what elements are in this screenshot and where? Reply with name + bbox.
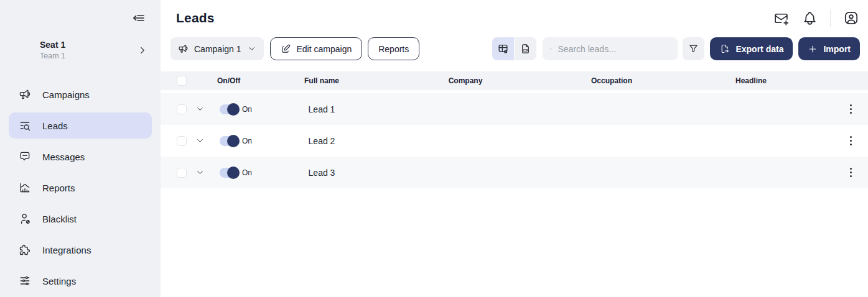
lead-name[interactable]: Lead 1: [309, 104, 335, 114]
row-checkbox[interactable]: [177, 168, 187, 178]
campaign-selector[interactable]: Campaign 1: [170, 37, 264, 60]
sidebar-item-campaigns[interactable]: Campaigns: [9, 81, 152, 107]
table-row: On Lead 1: [161, 93, 868, 125]
sidebar-item-label: Settings: [42, 276, 76, 286]
chevron-down-icon: [195, 168, 205, 177]
sidebar-item-label: Campaigns: [42, 89, 90, 100]
chevron-down-icon: [195, 104, 205, 114]
export-data-button[interactable]: Export data: [710, 37, 793, 60]
leads-table-body: On Lead 1 On Lead 2: [161, 93, 868, 188]
view-toggle: CSV: [492, 37, 536, 60]
topbar: Leads: [161, 0, 868, 36]
sidebar-item-label: Messages: [42, 152, 85, 162]
row-checkbox[interactable]: [177, 104, 187, 114]
table-view-button[interactable]: [492, 37, 514, 60]
campaign-selector-label: Campaign 1: [194, 44, 241, 54]
sidebar-item-reports[interactable]: Reports: [9, 175, 152, 201]
row-expand-button[interactable]: [193, 166, 207, 180]
notifications-button[interactable]: [801, 10, 818, 26]
row-expand-button[interactable]: [193, 134, 207, 148]
column-header-occupation: Occupation: [555, 76, 668, 85]
toolbar: Campaign 1 Edit campaign Reports: [161, 37, 868, 60]
row-menu-button[interactable]: [846, 164, 856, 181]
select-all-checkbox[interactable]: [177, 76, 187, 86]
sidebar-item-leads[interactable]: Leads: [9, 112, 152, 139]
sidebar-collapse-icon: [131, 11, 146, 25]
kebab-icon: [850, 168, 852, 170]
sidebar-nav: Campaigns Leads Messages Reports: [9, 81, 152, 297]
toggle-knob: [227, 103, 240, 116]
sidebar-item-label: Leads: [42, 121, 68, 131]
sidebar-item-label: Reports: [42, 183, 75, 193]
sidebar-item-integrations[interactable]: Integrations: [9, 237, 152, 263]
toggle-state-label: On: [242, 168, 252, 177]
csv-file-icon: CSV: [520, 43, 531, 55]
edit-campaign-label: Edit campaign: [297, 44, 352, 54]
main-content: Leads: [161, 0, 868, 297]
table-header: On/Off Full name Company Occupation Head…: [161, 71, 868, 90]
sidebar-collapse-button[interactable]: [131, 10, 147, 26]
list-search-icon: [19, 119, 31, 132]
edit-pencil-icon: [281, 43, 291, 54]
kebab-icon: [850, 136, 852, 138]
row-menu-button[interactable]: [846, 101, 856, 117]
user-block-icon: [19, 212, 31, 225]
table-row: On Lead 3: [161, 157, 868, 188]
page-title: Leads: [176, 11, 215, 25]
file-export-icon: [719, 43, 730, 54]
megaphone-icon: [19, 88, 31, 101]
reports-button[interactable]: Reports: [368, 37, 419, 60]
table-row: On Lead 2: [161, 125, 868, 157]
import-button[interactable]: Import: [798, 37, 860, 60]
filter-button[interactable]: [683, 37, 704, 60]
row-menu-button[interactable]: [846, 132, 856, 149]
seat-subtitle: Team 1: [40, 52, 65, 60]
row-expand-button[interactable]: [193, 103, 207, 116]
new-message-button[interactable]: [773, 10, 789, 26]
row-checkbox[interactable]: [177, 136, 187, 146]
search-icon: [550, 43, 552, 54]
lead-on-off-toggle[interactable]: [220, 136, 238, 146]
sidebar-item-blacklist[interactable]: Blacklist: [9, 206, 152, 232]
megaphone-icon: [178, 43, 189, 54]
seat-selector[interactable]: Seat 1 Team 1: [9, 40, 152, 60]
user-avatar-icon: [843, 10, 859, 26]
search-box: [543, 37, 678, 60]
chevron-down-icon: [247, 44, 256, 53]
chevron-down-icon: [195, 136, 205, 145]
export-data-label: Export data: [735, 44, 783, 54]
chart-icon: [19, 181, 31, 194]
toggle-state-label: On: [242, 137, 252, 145]
toggle-state-label: On: [242, 105, 252, 114]
column-header-fullname: Full name: [268, 76, 376, 85]
column-header-company: Company: [376, 76, 555, 85]
sidebar-item-settings[interactable]: Settings: [9, 268, 152, 294]
edit-campaign-button[interactable]: Edit campaign: [270, 37, 363, 60]
plus-icon: [808, 44, 818, 54]
sidebar-item-label: Integrations: [42, 245, 91, 255]
lead-on-off-toggle[interactable]: [220, 104, 238, 114]
message-icon: [19, 150, 31, 163]
column-header-onoff: On/Off: [209, 76, 268, 85]
sidebar-item-label: Blacklist: [42, 214, 77, 224]
lead-on-off-toggle[interactable]: [220, 168, 238, 178]
kebab-icon: [850, 104, 852, 106]
sidebar: Seat 1 Team 1 Campaigns Leads: [0, 0, 161, 297]
csv-view-button[interactable]: CSV: [515, 37, 536, 60]
sliders-icon: [19, 275, 31, 287]
toggle-knob: [227, 135, 240, 147]
column-header-headline: Headline: [668, 76, 834, 85]
funnel-icon: [688, 43, 699, 54]
svg-text:CSV: CSV: [523, 49, 529, 52]
lead-name[interactable]: Lead 3: [309, 168, 335, 178]
import-label: Import: [823, 44, 851, 54]
lead-name[interactable]: Lead 2: [309, 136, 335, 146]
table-settings-icon: [497, 43, 509, 55]
seat-title: Seat 1: [40, 40, 65, 50]
search-input[interactable]: [558, 44, 670, 54]
topbar-divider: [830, 9, 831, 27]
mail-plus-icon: [773, 11, 789, 26]
profile-button[interactable]: [843, 10, 859, 26]
sidebar-item-messages[interactable]: Messages: [9, 144, 152, 170]
chevron-right-icon[interactable]: [137, 45, 148, 56]
